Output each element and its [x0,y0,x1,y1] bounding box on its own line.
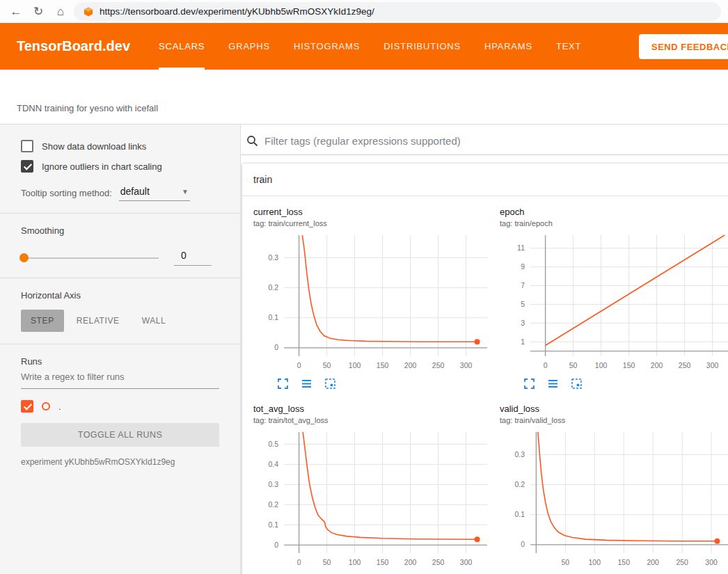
chart-title: valid_loss [500,404,728,414]
divider [0,213,240,214]
tag-filter-input[interactable] [264,135,728,147]
svg-text:0: 0 [521,540,525,548]
chart-card-current-loss: current_loss tag: train/current_loss 00.… [253,207,491,390]
sidebar: Show data download links Ignore outliers… [0,125,241,574]
tab-scalars[interactable]: SCALARS [159,23,205,70]
svg-text:200: 200 [404,558,417,566]
svg-text:0.4: 0.4 [268,460,278,468]
svg-text:200: 200 [404,361,417,369]
runs-filter-input[interactable] [21,367,219,389]
svg-text:0.5: 0.5 [268,440,278,448]
toggle-all-runs-button[interactable]: TOGGLE ALL RUNS [21,423,219,447]
fit-domain-icon[interactable] [324,378,336,390]
smoothing-value[interactable]: 0 [174,250,212,266]
selected-option: default [120,186,150,197]
slider-knob[interactable] [19,253,29,262]
tooltip-sorting-row: Tooltip sorting method: default ▼ [21,184,219,201]
expand-chart-icon[interactable] [523,378,535,390]
svg-text:50: 50 [323,361,331,369]
experiment-subheader: TDNN training for yesno with icefall [0,70,728,125]
checkbox-icon[interactable] [21,140,33,152]
reload-icon[interactable]: ↻ [29,3,47,21]
svg-text:50: 50 [569,361,578,369]
charts-grid: current_loss tag: train/current_loss 00.… [242,196,728,574]
chart-card-epoch: epoch tag: train/epoch 13579110501001502… [500,207,728,390]
app-header: TensorBoard.dev SCALARS GRAPHS HISTOGRAM… [0,23,728,70]
tab-text[interactable]: TEXT [556,23,581,70]
svg-text:0: 0 [274,343,278,351]
line-chart[interactable]: 00.10.20.30.40.5050100150200250300 [253,428,491,571]
axis-wall-button[interactable]: WALL [132,310,176,332]
svg-text:50: 50 [562,558,570,566]
chart-title: current_loss [253,207,491,217]
svg-text:1: 1 [521,337,525,346]
svg-text:150: 150 [377,361,389,369]
checkbox-label: Ignore outliers in chart scaling [42,161,162,172]
chart-title: tot_avg_loss [253,404,491,414]
main-area: train current_loss tag: train/current_lo… [241,125,728,574]
chart-toolbar [523,378,728,390]
svg-text:200: 200 [647,558,659,566]
svg-text:250: 250 [432,361,445,369]
smoothing-slider-row: 0 [21,250,219,266]
address-bar[interactable]: https://tensorboard.dev/experiment/yKUbh… [74,2,721,21]
train-section-card: train current_loss tag: train/current_lo… [242,164,728,574]
svg-text:250: 250 [676,558,688,566]
ignore-outliers-checkbox-row[interactable]: Ignore outliers in chart scaling [21,160,219,173]
axis-step-button[interactable]: STEP [21,310,64,332]
tab-histograms[interactable]: HISTOGRAMS [294,23,360,70]
svg-text:150: 150 [377,558,389,566]
svg-text:9: 9 [521,262,525,271]
tab-distributions[interactable]: DISTRIBUTIONS [383,23,461,70]
url-text: https://tensorboard.dev/experiment/yKUbh… [100,6,374,17]
cards-area: train current_loss tag: train/current_lo… [241,155,728,574]
svg-text:0.3: 0.3 [514,450,525,459]
line-chart[interactable]: 1357911050100150200250300 [500,231,728,374]
chevron-down-icon: ▼ [182,188,189,196]
svg-text:200: 200 [651,361,663,369]
svg-text:0.2: 0.2 [268,283,278,292]
show-download-links-checkbox-row[interactable]: Show data download links [21,140,219,152]
tag-filter-row [241,125,728,155]
tab-hparams[interactable]: HPARAMS [484,23,532,70]
svg-text:300: 300 [460,558,473,566]
checkbox-label: Show data download links [42,141,146,152]
svg-text:0: 0 [297,361,301,369]
line-chart[interactable]: 00.10.20.350100150200250300 [500,428,728,571]
smoothing-slider[interactable] [21,257,159,259]
train-section-header[interactable]: train [242,164,728,196]
svg-text:300: 300 [460,361,473,369]
tab-graphs[interactable]: GRAPHS [228,23,270,70]
experiment-subtitle: TDNN training for yesno with icefall [17,103,158,113]
svg-text:3: 3 [521,319,525,327]
chart-tag: tag: train/epoch [500,219,728,228]
run-row[interactable]: . [21,400,219,413]
svg-text:100: 100 [349,558,361,566]
svg-text:300: 300 [705,558,718,566]
send-feedback-button[interactable]: SEND FEEDBACK [639,34,728,59]
tensorboard-logo-icon [84,7,93,17]
checkbox-icon[interactable] [21,160,33,173]
svg-text:0.1: 0.1 [514,510,525,518]
svg-text:150: 150 [623,361,635,369]
svg-text:100: 100 [595,361,608,369]
data-list-icon[interactable] [547,378,559,390]
back-icon[interactable]: ← [7,3,25,21]
divider [0,278,240,278]
fit-domain-icon[interactable] [571,378,583,390]
tooltip-sorting-select[interactable]: default ▼ [119,184,190,201]
home-icon[interactable]: ⌂ [52,3,70,21]
line-chart[interactable]: 00.10.20.3050100150200250300 [253,231,491,374]
svg-text:250: 250 [432,558,445,566]
svg-text:250: 250 [679,361,691,369]
run-checkbox[interactable] [21,400,33,413]
svg-text:0.3: 0.3 [268,253,278,262]
search-icon [246,135,258,147]
svg-text:0: 0 [297,558,301,566]
data-list-icon[interactable] [301,378,312,390]
axis-relative-button[interactable]: RELATIVE [67,310,129,332]
svg-text:50: 50 [323,558,331,566]
horizontal-axis-label: Horizontal Axis [21,290,219,301]
expand-chart-icon[interactable] [277,378,289,390]
app-logo: TensorBoard.dev [17,38,141,54]
